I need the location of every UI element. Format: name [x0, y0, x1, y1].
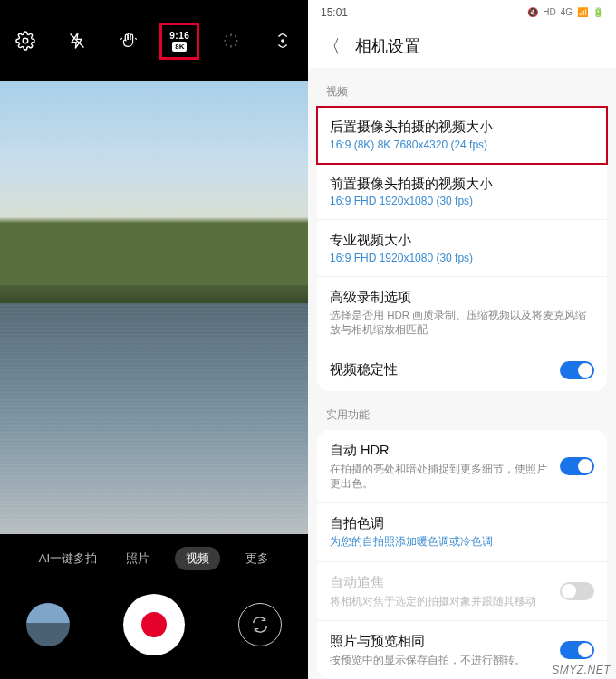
setting-value: 16:9 FHD 1920x1080 (30 fps) — [330, 252, 594, 264]
flash-off-icon[interactable] — [63, 27, 91, 54]
settings-icon[interactable] — [12, 27, 39, 54]
setting-title: 高级录制选项 — [330, 289, 594, 307]
toggle-switch[interactable] — [560, 457, 594, 475]
setting-tracking-af: 自动追焦 将相机对焦于选定的拍摄对象并跟随其移动 — [317, 562, 607, 621]
setting-description: 将相机对焦于选定的拍摄对象并跟随其移动 — [330, 594, 594, 608]
video-settings-card: 后置摄像头拍摄的视频大小 16:9 (8K) 8K 7680x4320 (24 … — [317, 107, 607, 391]
section-label-video: 视频 — [308, 68, 616, 107]
shutter-button[interactable] — [123, 594, 185, 655]
camera-bottom-bar — [0, 588, 308, 661]
mode-ai-multishot[interactable]: AI一键多拍 — [35, 547, 101, 570]
page-title: 相机设置 — [355, 35, 420, 57]
settings-header: 〈 相机设置 — [308, 24, 616, 68]
setting-selfie-tone[interactable]: 自拍色调 为您的自拍照添加暖色调或冷色调 — [317, 503, 607, 563]
camera-viewfinder[interactable] — [0, 81, 308, 534]
setting-value: 16:9 FHD 1920x1080 (30 fps) — [330, 195, 594, 207]
setting-title: 视频稳定性 — [330, 361, 594, 379]
scene-sky — [0, 81, 308, 290]
setting-description: 选择是否用 HDR 画质录制、压缩视频以及将麦克风缩放与相机缩放相匹配 — [330, 308, 594, 337]
hd-icon: HD — [543, 7, 555, 17]
svg-point-2 — [281, 39, 284, 43]
setting-title: 自动追焦 — [330, 574, 594, 592]
scene-water — [0, 303, 308, 534]
camera-settings-screen: 15:01 🔇 HD 4G 📶 🔋 〈 相机设置 视频 后置摄像头拍摄的视频大小… — [308, 0, 616, 679]
gallery-thumbnail[interactable] — [26, 603, 70, 646]
setting-rear-video-size[interactable]: 后置摄像头拍摄的视频大小 16:9 (8K) 8K 7680x4320 (24 … — [317, 107, 607, 164]
setting-title: 前置摄像头拍摄的视频大小 — [330, 176, 594, 194]
live-focus-icon[interactable] — [269, 27, 296, 54]
setting-title: 专业视频大小 — [330, 232, 594, 250]
mute-icon: 🔇 — [527, 7, 538, 17]
toggle-switch — [560, 582, 594, 600]
back-icon[interactable]: 〈 — [322, 34, 341, 59]
setting-description: 在拍摄的亮处和暗处捕捉到更多细节，使照片更出色。 — [330, 462, 594, 491]
status-bar: 15:01 🔇 HD 4G 📶 🔋 — [308, 0, 616, 24]
camera-mode-bar: AI一键多拍 照片 视频 更多 — [0, 547, 308, 570]
mode-more[interactable]: 更多 — [242, 547, 273, 570]
watermark: SMYZ.NET — [552, 664, 611, 676]
status-time: 15:01 — [321, 6, 348, 19]
camera-top-toolbar: 9:16 8K — [0, 0, 308, 81]
setting-pro-video-size[interactable]: 专业视频大小 16:9 FHD 1920x1080 (30 fps) — [317, 220, 607, 277]
signal-icon: 📶 — [577, 7, 588, 17]
battery-icon: 🔋 — [592, 7, 603, 17]
record-icon — [141, 612, 167, 637]
setting-value: 16:9 (8K) 8K 7680x4320 (24 fps) — [330, 139, 594, 151]
toggle-switch[interactable] — [560, 641, 594, 659]
aspect-ratio-button[interactable]: 9:16 8K — [166, 29, 193, 53]
setting-value: 为您的自拍照添加暖色调或冷色调 — [330, 534, 594, 550]
setting-video-stabilization[interactable]: 视频稳定性 — [317, 349, 607, 391]
setting-auto-hdr[interactable]: 自动 HDR 在拍摄的亮处和暗处捕捉到更多细节，使照片更出色。 — [317, 430, 607, 503]
svg-point-0 — [24, 38, 29, 43]
setting-title: 自拍色调 — [330, 515, 594, 533]
resolution-badge: 8K — [172, 42, 187, 52]
toggle-switch[interactable] — [560, 361, 594, 379]
setting-advanced-recording[interactable]: 高级录制选项 选择是否用 HDR 画质录制、压缩视频以及将麦克风缩放与相机缩放相… — [317, 277, 607, 350]
mode-photo[interactable]: 照片 — [122, 547, 153, 570]
ratio-text: 9:16 — [169, 31, 189, 41]
setting-title: 自动 HDR — [330, 442, 594, 460]
utility-settings-card: 自动 HDR 在拍摄的亮处和暗处捕捉到更多细节，使照片更出色。 自拍色调 为您的… — [317, 430, 607, 679]
network-indicator: 4G — [561, 7, 573, 17]
setting-title: 后置摄像头拍摄的视频大小 — [330, 119, 594, 137]
switch-camera-button[interactable] — [238, 603, 282, 646]
setting-title: 照片与预览相同 — [330, 633, 594, 651]
mode-video[interactable]: 视频 — [175, 547, 220, 570]
section-label-utility: 实用功能 — [308, 391, 616, 430]
setting-front-video-size[interactable]: 前置摄像头拍摄的视频大小 16:9 FHD 1920x1080 (30 fps) — [317, 164, 607, 221]
effects-icon[interactable] — [217, 27, 245, 54]
camera-app: 9:16 8K AI一键多拍 照片 视频 更多 — [0, 0, 308, 679]
palm-gesture-icon[interactable] — [115, 27, 142, 54]
